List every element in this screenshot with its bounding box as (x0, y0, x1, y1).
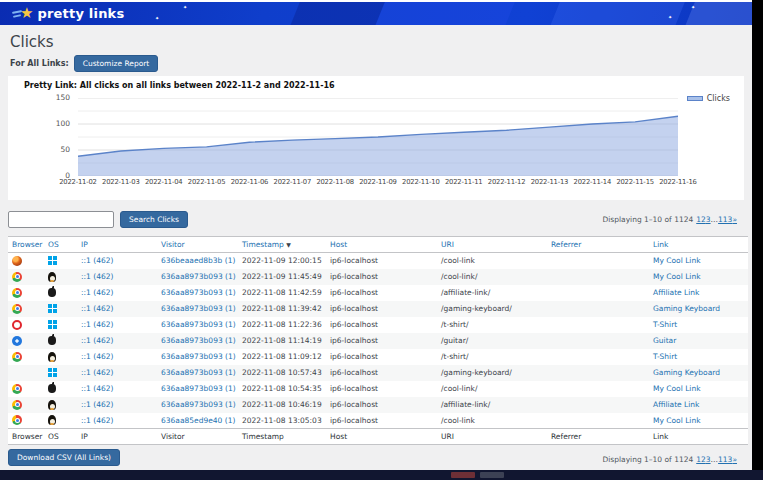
visitor-link[interactable]: 636aa8973b093 (1) (161, 272, 236, 281)
table-header: Browser OS IP Visitor Timestamp ▼ Host U… (8, 237, 748, 253)
pretty-link[interactable]: Affiliate Link (653, 288, 699, 297)
visitor-link[interactable]: 636aa8973b093 (1) (161, 400, 236, 409)
timestamp-cell: 2022-11-08 10:57:43 (242, 368, 322, 377)
pagination-summary: Displaying 1–10 of 1124 (602, 215, 693, 224)
col-uri-foot[interactable]: URI (437, 429, 547, 445)
pretty-link[interactable]: My Cool Link (653, 272, 701, 281)
pretty-link[interactable]: Gaming Keyboard (653, 368, 720, 377)
edge-browser-icon (12, 368, 22, 378)
pretty-links-logo[interactable]: ★ pretty links (12, 2, 124, 25)
col-os-foot[interactable]: OS (44, 429, 77, 445)
col-link-foot[interactable]: Link (649, 429, 748, 445)
ip-link[interactable]: ::1 (462) (81, 320, 113, 329)
uri-cell: /cool-link/ (441, 384, 477, 393)
page-link[interactable]: … (711, 455, 719, 464)
visitor-link[interactable]: 636beaaed8b3b (1) (161, 256, 235, 265)
download-csv-button[interactable]: Download CSV (All Links) (8, 449, 120, 466)
chrome-browser-icon (12, 352, 22, 362)
pagination-top: Displaying 1–10 of 1124 123…113» (602, 215, 737, 224)
apple-os-icon (48, 288, 56, 297)
taskbar-item[interactable] (451, 472, 475, 478)
sort-desc-icon: ▼ (286, 241, 291, 248)
pretty-link[interactable]: My Cool Link (653, 416, 701, 425)
pretty-link[interactable]: Guitar (653, 336, 676, 345)
visitor-link[interactable]: 636aa8973b093 (1) (161, 352, 236, 361)
report-controls: For All Links: Customize Report (10, 55, 158, 72)
pretty-link[interactable]: My Cool Link (653, 384, 701, 393)
apple-os-icon (48, 336, 56, 345)
uri-cell: /cool-link/ (441, 272, 477, 281)
legend-swatch (687, 96, 703, 101)
app-window: ✦ ✦ ✦ ✦ ★ pretty links Clicks For All Li… (0, 0, 752, 470)
taskbar-item[interactable] (480, 472, 504, 478)
col-visitor-foot[interactable]: Visitor (157, 429, 238, 445)
col-link[interactable]: Link (649, 237, 748, 253)
col-browser-foot[interactable]: Browser (8, 429, 44, 445)
visitor-link[interactable]: 636aa8973b093 (1) (161, 304, 236, 313)
col-timestamp[interactable]: Timestamp ▼ (238, 237, 326, 253)
col-visitor[interactable]: Visitor (157, 237, 238, 253)
visitor-link[interactable]: 636aa8973b093 (1) (161, 368, 236, 377)
pretty-link[interactable]: T-Shirt (653, 320, 677, 329)
visitor-link[interactable]: 636aa8973b093 (1) (161, 320, 236, 329)
windows-os-icon (48, 304, 57, 313)
pretty-link[interactable]: T-Shirt (653, 352, 677, 361)
visitor-link[interactable]: 636aa8973b093 (1) (161, 288, 236, 297)
page-link[interactable]: 113 (718, 215, 732, 224)
host-cell: ip6-localhost (330, 336, 378, 345)
visitor-link[interactable]: 636aa8973b093 (1) (161, 384, 236, 393)
ip-link[interactable]: ::1 (462) (81, 272, 113, 281)
col-host[interactable]: Host (326, 237, 437, 253)
page-link[interactable]: » (732, 215, 737, 224)
ip-link[interactable]: ::1 (462) (81, 304, 113, 313)
clicks-table: Browser OS IP Visitor Timestamp ▼ Host U… (8, 236, 748, 445)
x-axis-tick: 2022-11-14 (568, 178, 616, 186)
legend-label: Clicks (707, 94, 730, 103)
sparkle-icon: ✦ (183, 5, 187, 9)
host-cell: ip6-localhost (330, 256, 378, 265)
windows-os-icon (48, 368, 57, 377)
col-ip[interactable]: IP (77, 237, 157, 253)
col-referrer-foot[interactable]: Referrer (547, 429, 649, 445)
x-axis-tick: 2022-11-13 (525, 178, 573, 186)
page-link[interactable]: 113 (718, 455, 732, 464)
page-link[interactable]: » (732, 455, 737, 464)
swoosh-icon (12, 10, 22, 18)
col-ip-foot[interactable]: IP (77, 429, 157, 445)
col-os[interactable]: OS (44, 237, 77, 253)
ip-link[interactable]: ::1 (462) (81, 368, 113, 377)
col-host-foot[interactable]: Host (326, 429, 437, 445)
ip-link[interactable]: ::1 (462) (81, 336, 113, 345)
search-clicks-button[interactable]: Search Clicks (120, 211, 188, 228)
pretty-link[interactable]: Affiliate Link (653, 400, 699, 409)
ip-link[interactable]: ::1 (462) (81, 400, 113, 409)
col-browser[interactable]: Browser (8, 237, 44, 253)
windows-os-icon (48, 320, 57, 329)
windows-os-icon (48, 256, 57, 265)
opera-browser-icon (12, 320, 22, 330)
visitor-link[interactable]: 636aa85ed9e40 (1) (161, 416, 235, 425)
pretty-link[interactable]: My Cool Link (653, 256, 701, 265)
col-timestamp-foot[interactable]: Timestamp (238, 429, 326, 445)
col-uri[interactable]: URI (437, 237, 547, 253)
search-input[interactable] (8, 211, 114, 228)
chrome-browser-icon (12, 415, 22, 425)
ip-link[interactable]: ::1 (462) (81, 256, 113, 265)
timestamp-cell: 2022-11-08 11:22:36 (242, 320, 322, 329)
chart-plot-area (78, 98, 678, 176)
uri-cell: /t-shirt/ (441, 352, 468, 361)
visitor-link[interactable]: 636aa8973b093 (1) (161, 336, 236, 345)
ip-link[interactable]: ::1 (462) (81, 416, 113, 425)
ip-link[interactable]: ::1 (462) (81, 384, 113, 393)
chart-legend: Clicks (687, 94, 730, 103)
x-axis-tick: 2022-11-05 (183, 178, 231, 186)
pretty-link[interactable]: Gaming Keyboard (653, 304, 720, 313)
col-referrer[interactable]: Referrer (547, 237, 649, 253)
pagination-summary: Displaying 1–10 of 1124 (602, 455, 693, 464)
customize-report-button[interactable]: Customize Report (74, 55, 159, 72)
ip-link[interactable]: ::1 (462) (81, 288, 113, 297)
page-link[interactable]: … (711, 215, 719, 224)
table-row: ::1 (462) 636aa8973b093 (1) 2022-11-08 1… (8, 317, 748, 333)
host-cell: ip6-localhost (330, 384, 378, 393)
ip-link[interactable]: ::1 (462) (81, 352, 113, 361)
